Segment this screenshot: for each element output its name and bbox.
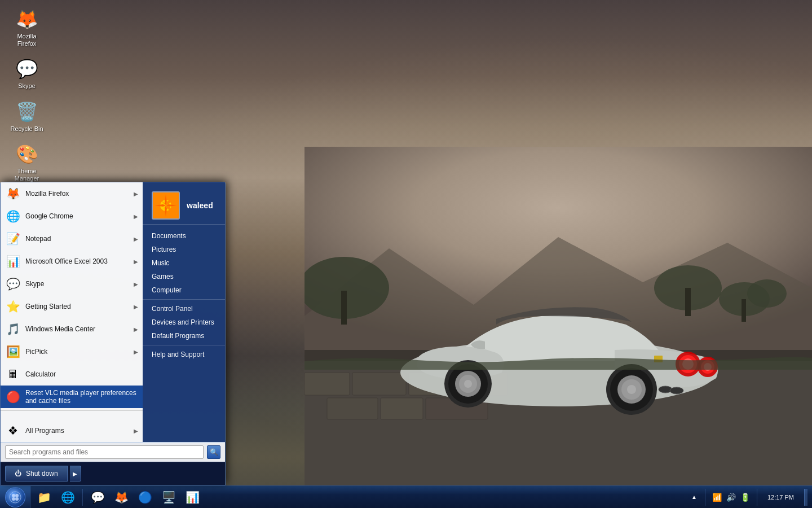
volume-icon[interactable]: 🔊 [725, 493, 737, 502]
getting-started-label: Getting Started [25, 303, 129, 310]
picpick-label: PicPick [25, 348, 129, 356]
search-input[interactable] [5, 445, 204, 459]
right-menu-divider [143, 299, 225, 300]
taskbar-programs: 📁 🌐 💬 🦊 🔵 🖥️ 📊 [30, 486, 206, 508]
mozilla-firefox-icon: 🦊 [5, 186, 21, 202]
all-programs-icon: ❖ [5, 423, 21, 439]
mozilla-firefox-label: Mozilla Firefox [8, 33, 46, 47]
ms-excel-label: Microsoft Office Excel 2003 [25, 257, 129, 265]
desktop-icon-skype[interactable]: 💬 Skype [6, 55, 48, 92]
clock-separator [757, 489, 757, 506]
right-menu-item-music[interactable]: Music [143, 256, 225, 270]
tray-expand-button[interactable]: ▲ [689, 494, 699, 500]
network-icon[interactable]: 📶 [711, 493, 723, 502]
menu-item-mozilla-firefox[interactable]: 🦊 Mozilla Firefox ▶ [1, 182, 143, 205]
windows-media-arrow: ▶ [134, 326, 138, 332]
start-menu-body: 🦊 Mozilla Firefox ▶ 🌐 Google Chrome ▶ 📝 … [1, 182, 225, 442]
google-chrome-arrow: ▶ [134, 213, 138, 220]
shutdown-section: ⏻ Shut down ▶ [1, 462, 225, 485]
right-menu-item-help-support[interactable]: Help and Support [143, 348, 225, 361]
notepad-label: Notepad [25, 235, 129, 243]
reset-vlc-icon: 🔴 [5, 389, 21, 405]
svg-point-41 [12, 494, 15, 497]
user-avatar-image [153, 192, 179, 218]
menu-item-reset-vlc[interactable]: 🔴 Reset VLC media player preferences and… [1, 386, 143, 408]
svg-point-43 [12, 497, 15, 501]
notepad-icon: 📝 [5, 231, 21, 247]
shutdown-arrow-button[interactable]: ▶ [70, 466, 81, 481]
theme-manager-icon: 🎨 [16, 143, 38, 165]
menu-item-google-chrome[interactable]: 🌐 Google Chrome ▶ [1, 205, 143, 227]
all-programs-label: All Programs [25, 427, 129, 435]
shutdown-icon: ⏻ [15, 470, 21, 478]
taskbar-icon-chrome[interactable]: 🔵 [134, 487, 156, 507]
desktop-icon-recycle-bin[interactable]: 🗑️ Recycle Bin [6, 98, 48, 135]
desktop-icons-container: 🦊 Mozilla Firefox 💬 Skype 🗑️ Recycle Bin… [6, 6, 48, 185]
menu-item-getting-started[interactable]: ⭐ Getting Started ▶ [1, 295, 143, 318]
taskbar-icon-ie[interactable]: 🌐 [56, 487, 79, 507]
show-desktop-button[interactable] [804, 489, 807, 506]
svg-point-44 [15, 497, 19, 501]
google-chrome-icon: 🌐 [5, 208, 21, 224]
taskbar-icon-firefox[interactable]: 🦊 [110, 487, 133, 507]
picpick-icon: 🖼️ [5, 344, 21, 360]
google-chrome-label: Google Chrome [25, 212, 129, 220]
tray-separator [705, 489, 705, 506]
right-menu-item-games[interactable]: Games [143, 270, 225, 283]
desktop: 🦊 Mozilla Firefox 💬 Skype 🗑️ Recycle Bin… [0, 0, 812, 508]
shutdown-label: Shut down [26, 470, 58, 478]
right-menu-item-control-panel[interactable]: Control Panel [143, 302, 225, 316]
ms-excel-icon: 📊 [5, 253, 21, 269]
menu-item-calculator[interactable]: 🖩 Calculator [1, 363, 143, 386]
skype-label: Skype [25, 280, 129, 288]
shutdown-button[interactable]: ⏻ Shut down [5, 466, 68, 481]
right-menu-item-computer[interactable]: Computer [143, 283, 225, 297]
getting-started-arrow: ▶ [134, 304, 138, 310]
right-menu-list: DocumentsPicturesMusicGamesComputerContr… [143, 229, 225, 361]
menu-item-notepad[interactable]: 📝 Notepad ▶ [1, 227, 143, 250]
system-tray: 📶 🔊 🔋 [711, 493, 751, 502]
menu-item-ms-excel[interactable]: 📊 Microsoft Office Excel 2003 ▶ [1, 250, 143, 273]
svg-point-42 [15, 494, 19, 497]
mozilla-firefox-label: Mozilla Firefox [25, 190, 129, 198]
skype-icon: 💬 [5, 276, 21, 292]
taskbar-separator [82, 489, 83, 506]
start-menu: 🦊 Mozilla Firefox ▶ 🌐 Google Chrome ▶ 📝 … [0, 182, 226, 485]
desktop-icon-mozilla-firefox[interactable]: 🦊 Mozilla Firefox [6, 6, 48, 50]
system-clock[interactable]: 12:17 PM [763, 493, 798, 502]
user-avatar[interactable] [152, 191, 180, 220]
start-search-bar: 🔍 [1, 442, 225, 462]
taskbar-icon-ie2[interactable]: 🖥️ [157, 487, 180, 507]
menu-item-windows-media[interactable]: 🎵 Windows Media Center ▶ [1, 318, 143, 340]
calculator-icon: 🖩 [5, 366, 21, 382]
start-button[interactable] [0, 486, 30, 509]
right-menu-item-default-programs[interactable]: Default Programs [143, 329, 225, 343]
taskbar-icon-skype[interactable]: 💬 [86, 487, 109, 507]
menu-item-skype[interactable]: 💬 Skype ▶ [1, 273, 143, 295]
right-menu-item-devices-printers[interactable]: Devices and Printers [143, 316, 225, 329]
taskbar-icon-excel[interactable]: 📊 [181, 487, 204, 507]
getting-started-icon: ⭐ [5, 299, 21, 314]
windows-media-icon: 🎵 [5, 321, 21, 337]
right-menu-item-documents[interactable]: Documents [143, 229, 225, 243]
taskbar-icon-explorer[interactable]: 📁 [33, 487, 55, 507]
battery-icon[interactable]: 🔋 [739, 493, 751, 502]
all-programs-item[interactable]: ❖ All Programs ▶ [1, 419, 143, 442]
username-label: waleed [187, 201, 213, 210]
search-button[interactable]: 🔍 [207, 445, 220, 459]
calculator-label: Calculator [25, 370, 138, 378]
skype-label: Skype [18, 82, 36, 90]
mozilla-firefox-arrow: ▶ [134, 191, 138, 197]
recycle-bin-label: Recycle Bin [10, 125, 43, 133]
start-menu-left-panel: 🦊 Mozilla Firefox ▶ 🌐 Google Chrome ▶ 📝 … [1, 182, 143, 442]
reset-vlc-label: Reset VLC media player preferences and c… [25, 389, 138, 405]
start-menu-right-panel: waleed DocumentsPicturesMusicGamesComput… [143, 182, 225, 442]
skype-icon: 💬 [16, 58, 38, 80]
right-menu-item-pictures[interactable]: Pictures [143, 243, 225, 256]
right-menu-divider [143, 345, 225, 345]
taskbar-right: ▲ 📶 🔊 🔋 12:17 PM [685, 486, 812, 508]
notepad-arrow: ▶ [134, 236, 138, 242]
desktop-icon-theme-manager[interactable]: 🎨 Theme Manager [6, 141, 48, 185]
all-programs-arrow: ▶ [134, 428, 138, 434]
menu-item-picpick[interactable]: 🖼️ PicPick ▶ [1, 340, 143, 363]
